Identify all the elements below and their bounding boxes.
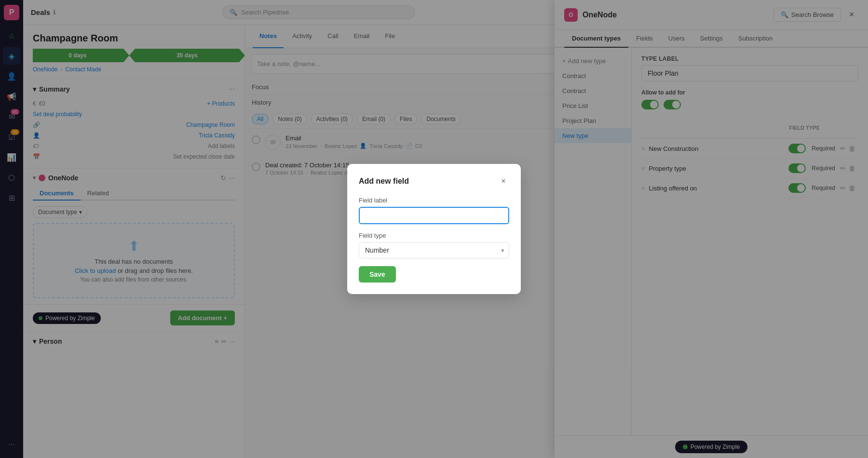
modal-title: Add new field (359, 177, 409, 186)
field-type-group: Field type Number Text Date Dropdown Che… (359, 232, 509, 258)
field-label-group: Field label (359, 197, 509, 224)
modal-save-btn[interactable]: Save (359, 266, 396, 283)
field-type-select-wrap: Number Text Date Dropdown Checkbox ▾ (359, 242, 509, 258)
modal-backdrop[interactable]: Add new field × Field label Field type N… (0, 0, 868, 458)
modal-close-btn[interactable]: × (498, 175, 509, 187)
field-type-select[interactable]: Number Text Date Dropdown Checkbox (359, 242, 509, 258)
field-type-label: Field type (359, 232, 509, 239)
add-field-modal: Add new field × Field label Field type N… (347, 164, 521, 294)
field-label-label: Field label (359, 197, 509, 204)
modal-header: Add new field × (359, 175, 509, 187)
field-label-input[interactable] (359, 207, 509, 224)
